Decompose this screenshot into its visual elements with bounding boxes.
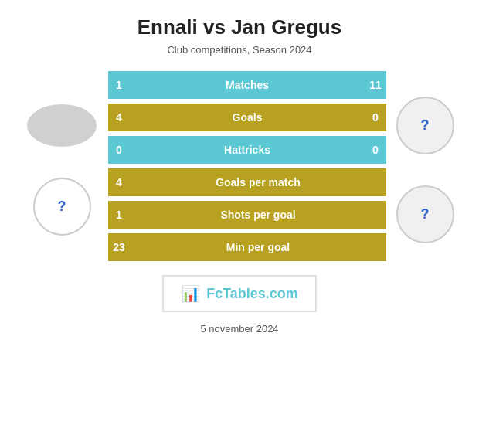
branding-text: FcTables.com — [206, 286, 298, 302]
stat-left-goals-per-match: 4 — [108, 168, 130, 196]
player-right: ? ? — [386, 89, 464, 243]
stat-bar-goals: Goals — [130, 104, 365, 131]
stat-bar-hattricks: Hattricks — [130, 136, 365, 164]
page-title: Ennali vs Jan Gregus — [138, 15, 341, 39]
branding-chart-icon: 📊 — [181, 284, 200, 303]
stats-container: 1Matches114Goals00Hattricks04Goals per m… — [108, 71, 386, 261]
player-left-avatar-bottom: ? — [33, 178, 91, 236]
comparison-area: ? 1Matches114Goals00Hattricks04Goals per… — [15, 71, 464, 261]
stat-bar-min-per-goal: Min per goal — [130, 233, 386, 261]
question-icon-right-top: ? — [421, 117, 430, 134]
player-right-avatar-bottom: ? — [396, 185, 454, 243]
stat-left-hattricks: 0 — [108, 136, 130, 164]
branding-text-colored: Tables.com — [223, 286, 298, 301]
stat-row-min-per-goal: 23Min per goal — [108, 233, 386, 261]
stat-row-goals: 4Goals0 — [108, 104, 386, 131]
branding-text-black: Fc — [206, 286, 223, 301]
player-right-avatar-top: ? — [396, 97, 454, 154]
question-icon-right-bottom: ? — [421, 206, 430, 222]
stat-row-shots-per-goal: 1Shots per goal — [108, 201, 386, 229]
stat-left-goals: 4 — [108, 104, 130, 131]
question-icon-left: ? — [58, 199, 66, 215]
stat-left-min-per-goal: 23 — [108, 233, 130, 261]
stat-right-matches: 11 — [365, 71, 386, 99]
stat-bar-goals-per-match: Goals per match — [130, 168, 386, 196]
stat-right-hattricks: 0 — [365, 136, 386, 164]
stat-row-goals-per-match: 4Goals per match — [108, 168, 386, 196]
stat-left-matches: 1 — [108, 71, 130, 99]
stat-row-hattricks: 0Hattricks0 — [108, 136, 386, 164]
stat-right-goals: 0 — [365, 104, 386, 131]
player-left-avatar-top — [27, 104, 97, 147]
page-subtitle: Club competitions, Season 2024 — [167, 44, 311, 56]
page: Ennali vs Jan Gregus Club competitions, … — [0, 0, 479, 448]
date-text: 5 november 2024 — [200, 323, 278, 334]
stat-row-matches: 1Matches11 — [108, 71, 386, 99]
player-left: ? — [15, 97, 108, 236]
stat-bar-shots-per-goal: Shots per goal — [130, 201, 386, 229]
stat-left-shots-per-goal: 1 — [108, 201, 130, 229]
stat-bar-matches: Matches — [130, 71, 365, 99]
branding-box: 📊 FcTables.com — [162, 275, 317, 312]
